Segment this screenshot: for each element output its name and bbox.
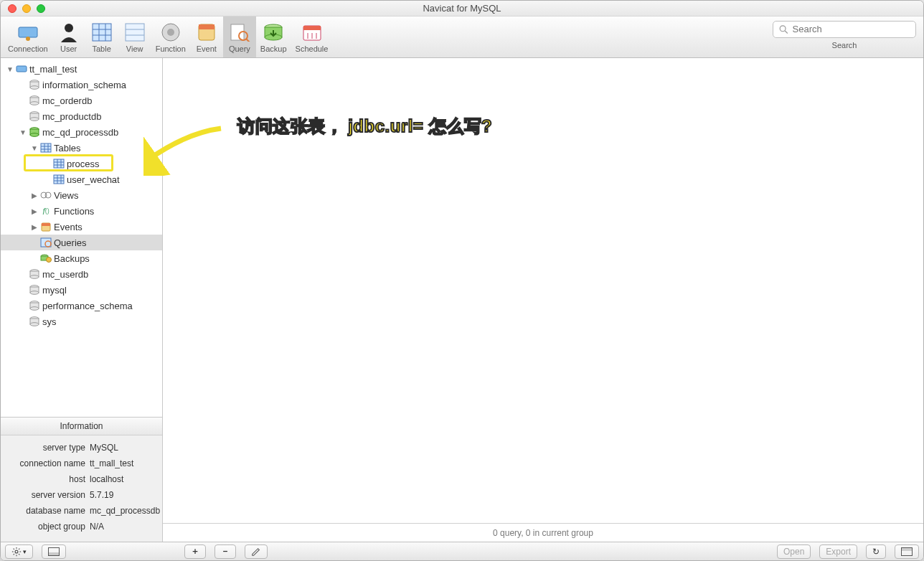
svg-line-85 [19, 548, 19, 549]
db-sys[interactable]: sys [1, 314, 162, 329]
toolbar-function-icon [159, 22, 183, 43]
db-mc-productdb[interactable]: mc_productdb [1, 108, 162, 124]
status-bar: 0 query, 0 in current group [163, 523, 923, 542]
table-user-wechat[interactable]: user_wechat [1, 171, 162, 187]
svg-rect-3 [93, 24, 111, 41]
edit-button[interactable] [245, 544, 268, 559]
tree-label: sys [42, 316, 57, 327]
view-mode-button[interactable] [895, 544, 919, 559]
db-icon [28, 316, 41, 327]
conn-tt-mall-test[interactable]: ▼tt_mall_test [1, 61, 162, 77]
svg-rect-59 [42, 223, 50, 226]
tree-label: Backups [54, 253, 90, 264]
toolbar-table-icon [90, 22, 114, 43]
info-value: localhost [85, 474, 160, 484]
db-mc-qd-processdb[interactable]: ▼mc_qd_processdb [1, 124, 162, 140]
tree-label: process [67, 159, 100, 169]
db-information-schema[interactable]: information_schema [1, 77, 162, 93]
info-key: connection name [5, 458, 85, 468]
toolbar-schedule[interactable]: Schedule [291, 16, 333, 57]
remove-button[interactable]: － [214, 544, 236, 559]
table-process[interactable]: process [1, 156, 162, 171]
add-button[interactable]: ＋ [184, 544, 206, 559]
toolbar-backup[interactable]: Backup [256, 16, 291, 57]
annotation-text: 访问这张表， jdbc.url= 怎么写? [237, 115, 492, 138]
folder-functions[interactable]: ▶f()Functions [1, 203, 162, 219]
svg-point-2 [65, 24, 73, 32]
svg-point-31 [30, 86, 39, 90]
export-button[interactable]: Export [819, 544, 857, 559]
disclosure-triangle-icon[interactable]: ▼ [18, 128, 28, 136]
search-input[interactable] [793, 24, 910, 34]
folder-queries[interactable]: Queries [1, 235, 162, 250]
svg-point-76 [30, 323, 39, 326]
info-key: database name [5, 506, 85, 516]
toolbar-connection-icon [16, 22, 40, 43]
toolbar-backup-icon [261, 22, 286, 43]
disclosure-triangle-icon[interactable]: ▶ [29, 192, 39, 199]
disclosure-triangle-icon[interactable]: ▼ [5, 65, 15, 73]
table-icon [52, 158, 65, 169]
panel-toggle-button[interactable] [42, 544, 66, 559]
backup-icon [39, 253, 52, 264]
tree-label: mc_qd_processdb [42, 127, 118, 138]
toolbar-query[interactable]: Query [223, 16, 256, 57]
svg-point-73 [30, 307, 39, 311]
svg-rect-28 [16, 66, 27, 72]
svg-point-40 [30, 133, 39, 137]
disclosure-triangle-icon[interactable]: ▶ [29, 223, 39, 231]
db-performance-schema[interactable]: performance_schema [1, 298, 162, 314]
tree-label: user_wechat [67, 174, 120, 185]
tree-label: tt_mall_test [29, 64, 77, 75]
refresh-icon: ↻ [872, 547, 880, 557]
svg-line-27 [785, 30, 788, 33]
toolbar-label: Connection [8, 44, 48, 53]
folder-views[interactable]: ▶Views [1, 187, 162, 203]
svg-point-12 [167, 29, 174, 36]
folder-events[interactable]: ▶Events [1, 219, 162, 235]
view-mode-icon [901, 547, 913, 556]
svg-point-70 [30, 291, 39, 295]
svg-line-83 [19, 554, 19, 555]
db-icon [28, 300, 41, 311]
svg-point-57 [45, 192, 51, 198]
svg-point-1 [26, 37, 30, 41]
tree-label: mysql [42, 285, 67, 296]
folder-tables[interactable]: ▼Tables [1, 140, 162, 156]
info-value: 5.7.19 [85, 490, 160, 500]
toolbar-label: Event [197, 44, 217, 53]
toolbar-label: View [126, 44, 143, 53]
toolbar-table[interactable]: Table [85, 16, 118, 57]
tree-label: mc_productdb [42, 111, 101, 122]
search-box[interactable] [773, 21, 916, 38]
toolbar-view[interactable]: View [118, 16, 151, 57]
folder-backups[interactable]: Backups [1, 250, 162, 266]
svg-rect-22 [303, 26, 321, 30]
search-label: Search [832, 41, 857, 50]
tree-label: performance_schema [42, 301, 133, 311]
views-icon [39, 189, 52, 201]
db-mysql[interactable]: mysql [1, 282, 162, 298]
tables-icon [39, 142, 52, 154]
object-tree[interactable]: ▼tt_mall_testinformation_schemamc_orderd… [1, 58, 162, 417]
settings-button[interactable]: ▾ [5, 544, 33, 559]
db-mc-orderdb[interactable]: mc_orderdb [1, 93, 162, 108]
minus-icon: － [221, 545, 230, 557]
disclosure-triangle-icon[interactable]: ▼ [29, 144, 39, 152]
event-icon [39, 221, 52, 232]
toolbar-connection[interactable]: Connection [4, 16, 52, 57]
open-button[interactable]: Open [777, 544, 811, 559]
tree-label: mc_orderdb [42, 95, 92, 106]
db-mc-userdb[interactable]: mc_userdb [1, 266, 162, 282]
svg-point-26 [780, 25, 786, 31]
db-icon [28, 284, 41, 296]
refresh-button[interactable]: ↻ [866, 544, 886, 559]
info-key: server type [5, 443, 85, 453]
information-panel: Information server typeMySQLconnection n… [1, 417, 162, 542]
toolbar-event[interactable]: Event [190, 16, 223, 57]
disclosure-triangle-icon[interactable]: ▶ [29, 207, 39, 215]
toolbar-function[interactable]: Function [151, 16, 190, 57]
toolbar-label: Function [156, 44, 186, 53]
toolbar-user[interactable]: User [52, 16, 85, 57]
svg-rect-41 [41, 143, 51, 152]
